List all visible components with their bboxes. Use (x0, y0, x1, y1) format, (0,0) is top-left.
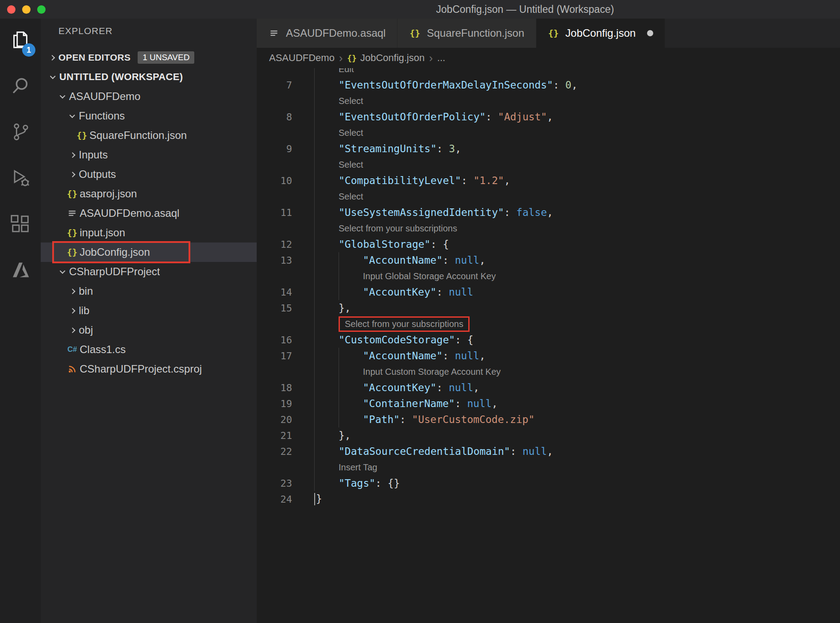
tree-item-csharpudfproject-csproj[interactable]: CSharpUDFProject.csproj (41, 359, 257, 379)
line-content: "ContainerName": null, (314, 396, 840, 411)
activity-explorer-icon[interactable]: 1 (0, 19, 41, 61)
code-line-23[interactable]: 23"Tags": {} (257, 475, 840, 491)
tab-jobconfig-json[interactable]: {}JobConfig.json (536, 19, 666, 48)
tree-item-lib[interactable]: lib (41, 301, 257, 320)
codelens-link[interactable]: Select (339, 160, 363, 170)
code-token: "1.2" (474, 175, 504, 186)
code-token: : (504, 207, 516, 218)
code-editor[interactable]: Edit7"EventsOutOfOrderMaxDelayInSeconds"… (257, 68, 840, 623)
line-number: 17 (257, 350, 292, 361)
chevron-down-icon (56, 95, 68, 99)
tree-item-asaudfdemo-asaql[interactable]: ASAUDFDemo.asaql (41, 204, 257, 223)
code-line-14[interactable]: 14"AccountKey": null (257, 284, 840, 300)
indent-guide (339, 411, 339, 427)
codelens-link[interactable]: Insert Tag (339, 462, 377, 473)
code-token: "Path" (363, 414, 400, 425)
tree-item-csharpudfproject[interactable]: CSharpUDFProject (41, 262, 257, 281)
codelens-link[interactable]: Select (339, 96, 363, 106)
tree-item-jobconfig-json[interactable]: {}JobConfig.json (41, 242, 257, 262)
tree-item-input-json[interactable]: {}input.json (41, 223, 257, 242)
list-file-icon (268, 28, 280, 38)
activity-run-debug-icon[interactable] (0, 157, 41, 199)
codelens-row[interactable]: Input Global Storage Account Key (257, 268, 840, 284)
code-token: "ContainerName" (363, 398, 455, 409)
code-line-21[interactable]: 21}, (257, 427, 840, 443)
tree-item-label: Inputs (79, 149, 108, 161)
code-token: : (400, 414, 412, 425)
line-content: "CompatibilityLevel": "1.2", (314, 173, 840, 188)
code-line-16[interactable]: 16"CustomCodeStorage": { (257, 332, 840, 348)
activity-search-icon[interactable] (0, 65, 41, 107)
code-line-19[interactable]: 19"ContainerName": null, (257, 396, 840, 411)
codelens-link[interactable]: Input Custom Storage Account Key (363, 367, 501, 377)
codelens-row[interactable]: Select (257, 93, 840, 109)
indent-guide (314, 268, 315, 284)
code-line-20[interactable]: 20"Path": "UserCustomCode.zip" (257, 411, 840, 427)
codelens-link[interactable]: Select (339, 192, 363, 202)
tree-item-untitled-workspace[interactable]: UNTITLED (WORKSPACE) (41, 67, 257, 87)
tab-asaudfdemo-asaql[interactable]: ASAUDFDemo.asaql (257, 19, 397, 48)
tree-item-functions[interactable]: Functions (41, 106, 257, 126)
tab-squarefunction-json[interactable]: {}SquareFunction.json (397, 19, 536, 48)
codelens-link[interactable]: Edit (339, 68, 354, 74)
codelens-row[interactable]: Select (257, 188, 840, 204)
open-editors-section-header[interactable]: OPEN EDITORS 1 UNSAVED (41, 48, 257, 67)
minimize-window-button[interactable] (22, 5, 31, 14)
breadcrumb-label: JobConfig.json (360, 52, 425, 64)
code-token: "AccountKey" (363, 286, 436, 298)
code-text: } (314, 493, 322, 506)
activity-extensions-icon[interactable] (0, 203, 41, 245)
chevron-right-icon (66, 153, 78, 157)
file-tree: UNTITLED (WORKSPACE)ASAUDFDemoFunctions{… (41, 67, 257, 623)
code-line-15[interactable]: 15}, (257, 300, 840, 316)
zoom-window-button[interactable] (37, 5, 46, 14)
code-line-7[interactable]: 7"EventsOutOfOrderMaxDelayInSeconds": 0, (257, 77, 840, 93)
code-line-11[interactable]: 11"UseSystemAssignedIdentity": false, (257, 204, 840, 220)
code-line-10[interactable]: 10"CompatibilityLevel": "1.2", (257, 173, 840, 188)
tree-item-class1-cs[interactable]: C#Class1.cs (41, 340, 257, 359)
codelens-row[interactable]: Edit (257, 68, 840, 77)
tree-item-bin[interactable]: bin (41, 281, 257, 301)
codelens-row[interactable]: Select from your subscriptions (257, 220, 840, 236)
code-text: "DataSourceCredentialDomain": null, (314, 446, 553, 457)
codelens-row[interactable]: Insert Tag (257, 459, 840, 475)
codelens-row[interactable]: Select (257, 125, 840, 141)
tree-item-inputs[interactable]: Inputs (41, 145, 257, 165)
code-line-8[interactable]: 8"EventsOutOfOrderPolicy": "Adjust", (257, 109, 840, 125)
tree-item-asaproj-json[interactable]: {}asaproj.json (41, 184, 257, 204)
codelens-row[interactable]: Input Custom Storage Account Key (257, 364, 840, 380)
csproj-file-icon (66, 364, 79, 374)
code-line-17[interactable]: 17"AccountName": null, (257, 348, 840, 364)
modified-dot-icon[interactable] (647, 30, 653, 36)
code-token: , (504, 175, 510, 186)
tree-item-asaudfdemo[interactable]: ASAUDFDemo (41, 87, 257, 106)
activity-source-control-icon[interactable] (0, 111, 41, 153)
code-text: }, (314, 430, 351, 441)
line-content: Select (314, 188, 840, 204)
tree-item-squarefunction-json[interactable]: {}SquareFunction.json (41, 126, 257, 145)
code-line-18[interactable]: 18"AccountKey": null, (257, 380, 840, 396)
codelens-row[interactable]: Select from your subscriptions (257, 316, 840, 332)
line-content: } (314, 491, 840, 507)
breadcrumb-item-jobconfig-json[interactable]: {}JobConfig.json (347, 52, 424, 64)
tree-item-label: SquareFunction.json (89, 129, 187, 142)
activity-azure-icon[interactable] (0, 249, 41, 291)
code-token: , (547, 446, 553, 457)
codelens-row[interactable]: Select (257, 157, 840, 173)
close-window-button[interactable] (7, 5, 15, 14)
breadcrumb-item-[interactable]: ... (437, 52, 445, 64)
code-line-12[interactable]: 12"GlobalStorage": { (257, 236, 840, 252)
line-number: 23 (257, 478, 292, 489)
code-line-22[interactable]: 22"DataSourceCredentialDomain": null, (257, 443, 840, 459)
code-line-24[interactable]: 24} (257, 491, 840, 507)
tree-item-obj[interactable]: obj (41, 320, 257, 340)
tab-bar: ASAUDFDemo.asaql{}SquareFunction.json{}J… (257, 19, 840, 48)
codelens-link[interactable]: Select from your subscriptions (339, 223, 457, 234)
codelens-link[interactable]: Input Global Storage Account Key (363, 271, 496, 281)
breadcrumb-item-asaudfdemo[interactable]: ASAUDFDemo (269, 52, 335, 64)
tree-item-outputs[interactable]: Outputs (41, 165, 257, 184)
codelens-link-annotated[interactable]: Select from your subscriptions (339, 316, 470, 332)
code-line-13[interactable]: 13"AccountName": null, (257, 252, 840, 268)
code-line-9[interactable]: 9"StreamingUnits": 3, (257, 141, 840, 157)
codelens-link[interactable]: Select (339, 128, 363, 138)
